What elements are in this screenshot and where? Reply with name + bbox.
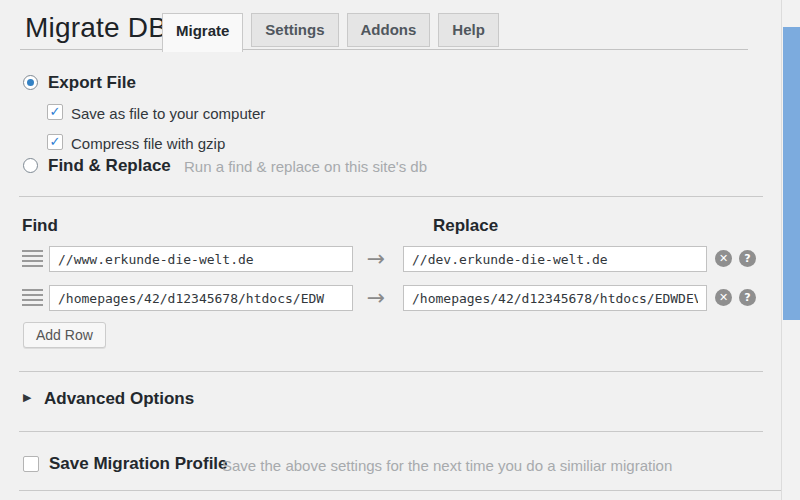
migrate-db-page: Migrate DB Migrate Settings Addons Help … [0,0,800,500]
save-profile-hint: Save the above settings for the next tim… [222,457,672,474]
tab-help[interactable]: Help [438,13,499,47]
find-column-header: Find [22,216,58,236]
replace-column-header: Replace [433,216,498,236]
save-file-label: Save as file to your computer [71,105,265,122]
gzip-checkbox[interactable]: ✓ [47,134,63,150]
radio-dot [27,79,34,86]
save-file-checkbox[interactable]: ✓ [47,104,63,120]
find-replace-hint: Run a find & replace on this site's db [184,158,427,175]
replace-input-2[interactable] [403,285,707,311]
drag-handle-icon[interactable] [22,289,43,306]
scrollbar-thumb[interactable] [783,27,800,320]
section-divider [19,490,781,491]
check-icon: ✓ [50,104,61,119]
remove-row-icon[interactable]: ✕ [715,289,732,306]
export-file-radio[interactable] [23,75,38,90]
tab-addons[interactable]: Addons [347,13,431,47]
scrollbar-track[interactable] [781,0,800,500]
page-title: Migrate DB [25,12,167,44]
tab-bar: Migrate Settings Addons Help [162,13,499,52]
arrow-right-icon: → [362,246,390,272]
chevron-collapsed-icon: ▶ [23,391,31,404]
replace-input-1[interactable] [403,246,707,272]
arrow-right-icon: → [362,285,390,311]
section-divider [19,431,763,432]
tab-migrate[interactable]: Migrate [162,13,243,52]
advanced-options-toggle[interactable]: Advanced Options [44,389,194,409]
help-icon[interactable]: ? [739,289,756,306]
find-input-2[interactable] [49,285,353,311]
tab-settings[interactable]: Settings [251,13,338,47]
find-replace-label: Find & Replace [48,156,171,176]
drag-handle-icon[interactable] [22,250,43,267]
save-profile-checkbox[interactable] [23,456,39,472]
find-input-1[interactable] [49,246,353,272]
find-replace-radio[interactable] [23,158,38,173]
check-icon: ✓ [50,134,61,149]
add-row-button[interactable]: Add Row [23,322,106,348]
save-profile-label: Save Migration Profile [49,454,228,474]
help-icon[interactable]: ? [739,250,756,267]
export-file-label: Export File [48,73,136,93]
remove-row-icon[interactable]: ✕ [715,250,732,267]
section-divider [19,196,763,197]
gzip-label: Compress file with gzip [71,135,225,152]
section-divider [19,371,763,372]
